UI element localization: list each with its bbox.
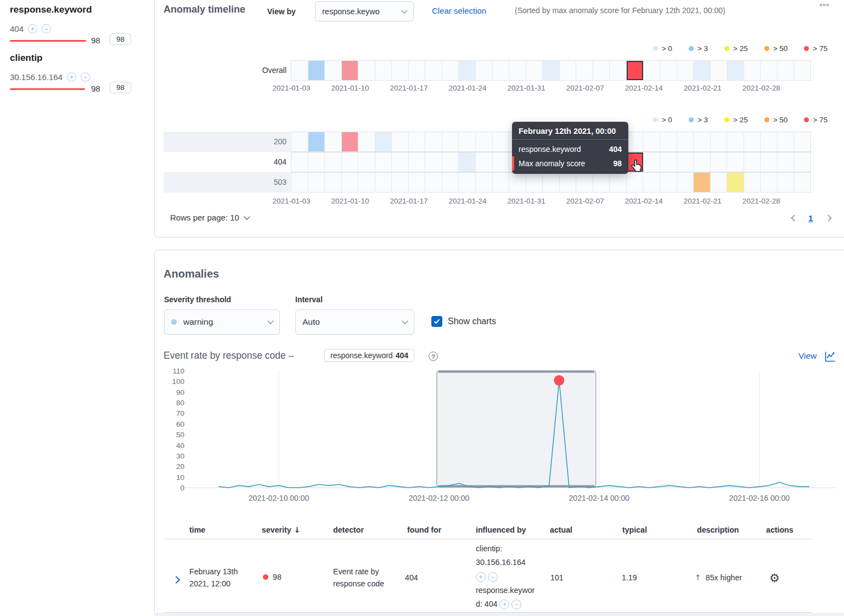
swimlane-cell[interactable]	[375, 61, 392, 80]
swimlane-cell[interactable]	[576, 61, 593, 80]
swimlane-cell[interactable]	[442, 173, 459, 192]
swimlane-cell[interactable]	[392, 61, 409, 80]
swimlane-cell[interactable]	[375, 173, 392, 192]
swimlane-cell[interactable]	[794, 152, 811, 172]
swimlane-cell[interactable]	[794, 173, 811, 192]
swimlane-cell[interactable]	[358, 152, 375, 172]
table-header-influenced-by[interactable]: influenced by	[476, 525, 548, 534]
swimlane-cell[interactable]	[375, 132, 392, 151]
swimlane-cell[interactable]	[325, 152, 342, 172]
swimlane-cell[interactable]	[660, 173, 677, 192]
influencer-max-score-badge[interactable]: 98	[110, 33, 131, 45]
swimlane-cell[interactable]	[677, 173, 694, 192]
filter-minus-icon[interactable]: −	[81, 72, 90, 82]
swimlane-cell[interactable]	[694, 61, 711, 80]
swimlane-cell[interactable]	[744, 61, 761, 80]
swimlane-cell[interactable]	[392, 132, 409, 151]
swimlane-cell[interactable]	[459, 152, 476, 172]
swimlane-cell[interactable]	[442, 61, 459, 80]
swimlane-cell[interactable]	[610, 61, 627, 80]
swimlane-cell[interactable]	[643, 152, 660, 172]
chart-view-icon[interactable]	[824, 350, 837, 363]
time-selection-band[interactable]	[437, 371, 596, 487]
swimlane-cell[interactable]	[425, 173, 442, 192]
table-header-description[interactable]: description	[697, 525, 765, 534]
swimlane-cell[interactable]	[325, 132, 342, 151]
swimlane-cell[interactable]	[409, 173, 426, 192]
swimlane-cell[interactable]	[308, 152, 325, 172]
swimlane-cell[interactable]	[778, 132, 795, 151]
swimlane-cell[interactable]	[576, 173, 593, 192]
swimlane-cell[interactable]	[459, 132, 476, 151]
swimlane-cell[interactable]	[459, 61, 476, 80]
swimlane-cell[interactable]	[560, 173, 577, 192]
swimlane-cell[interactable]	[291, 152, 308, 172]
swimlane-cell[interactable]	[778, 61, 795, 80]
table-header-time[interactable]: time	[189, 525, 260, 534]
swimlane-cell[interactable]	[476, 132, 493, 151]
rows-per-page-control[interactable]: Rows per page: 10	[170, 213, 249, 222]
swimlane-cell[interactable]	[342, 61, 359, 80]
swimlane-cell[interactable]	[526, 61, 543, 80]
filter-minus-icon[interactable]: −	[488, 572, 498, 582]
swimlane-cell[interactable]	[677, 132, 694, 151]
swimlane-cell[interactable]	[727, 61, 744, 80]
swimlane-cell[interactable]	[694, 132, 711, 151]
anomaly-marker[interactable]	[554, 375, 564, 386]
swimlane-cell[interactable]	[593, 173, 610, 192]
view-link[interactable]: View	[798, 351, 817, 361]
help-icon[interactable]: ?	[429, 352, 438, 361]
swimlane-cell[interactable]	[694, 173, 711, 192]
swimlane-cell[interactable]	[761, 132, 778, 151]
swimlane-cell[interactable]	[711, 132, 728, 151]
gear-icon[interactable]: ⚙	[769, 572, 780, 585]
swimlane-cell[interactable]	[425, 152, 442, 172]
swimlane-cell[interactable]	[308, 173, 325, 192]
swimlane-cell[interactable]	[493, 173, 510, 192]
severity-threshold-select[interactable]: warning	[164, 309, 280, 335]
swimlane-cell[interactable]	[476, 61, 493, 80]
swimlane-cell[interactable]	[694, 152, 711, 172]
swimlane-cell[interactable]	[711, 152, 728, 172]
swimlane-cell[interactable]	[794, 132, 811, 151]
swimlane-cell[interactable]	[392, 173, 409, 192]
swimlane-cell[interactable]	[409, 61, 426, 80]
table-header-actual[interactable]: actual	[550, 525, 621, 534]
table-header-detector[interactable]: detector	[333, 525, 406, 534]
swimlane-cell[interactable]	[358, 132, 375, 151]
filter-plus-icon[interactable]: +	[67, 72, 76, 82]
swimlane-cell[interactable]	[358, 173, 375, 192]
swimlane-cell[interactable]	[643, 61, 660, 80]
swimlane-cell[interactable]	[442, 152, 459, 172]
table-header-actions[interactable]: actions	[766, 525, 810, 534]
swimlane-cell[interactable]	[425, 132, 442, 151]
swimlane-cell[interactable]	[727, 132, 744, 151]
filter-plus-icon[interactable]: +	[499, 600, 509, 609]
swimlane-cell[interactable]	[342, 152, 359, 172]
swimlane-cell[interactable]	[509, 173, 526, 192]
swimlane-cell[interactable]	[375, 152, 392, 172]
swimlane-cell[interactable]	[643, 132, 660, 151]
swimlane-cell[interactable]	[459, 173, 476, 192]
swimlane-cell[interactable]	[761, 173, 778, 192]
clear-selection-link[interactable]: Clear selection	[432, 6, 486, 15]
filter-plus-icon[interactable]: +	[28, 24, 37, 33]
swimlane-cell[interactable]	[425, 61, 442, 80]
swimlane-cell[interactable]	[291, 61, 308, 80]
table-header-typical[interactable]: typical	[622, 525, 693, 534]
page-number[interactable]: 1	[808, 213, 813, 223]
swimlane-cell[interactable]	[493, 152, 510, 172]
swimlane-cell[interactable]	[476, 152, 493, 172]
swimlane-cell[interactable]	[342, 132, 359, 151]
swimlane-cell[interactable]	[560, 61, 577, 80]
show-charts-checkbox[interactable]	[431, 316, 442, 327]
swimlane-cell[interactable]	[543, 173, 560, 192]
swimlane-cell[interactable]	[627, 61, 644, 80]
swimlane-cell[interactable]	[727, 173, 744, 192]
filter-plus-icon[interactable]: +	[476, 572, 486, 582]
swimlane-cell[interactable]	[761, 152, 778, 172]
swimlane-cell[interactable]	[677, 61, 694, 80]
swimlane-cell[interactable]	[778, 173, 795, 192]
filter-minus-icon[interactable]: −	[511, 600, 521, 609]
swimlane-cell[interactable]	[476, 173, 493, 192]
